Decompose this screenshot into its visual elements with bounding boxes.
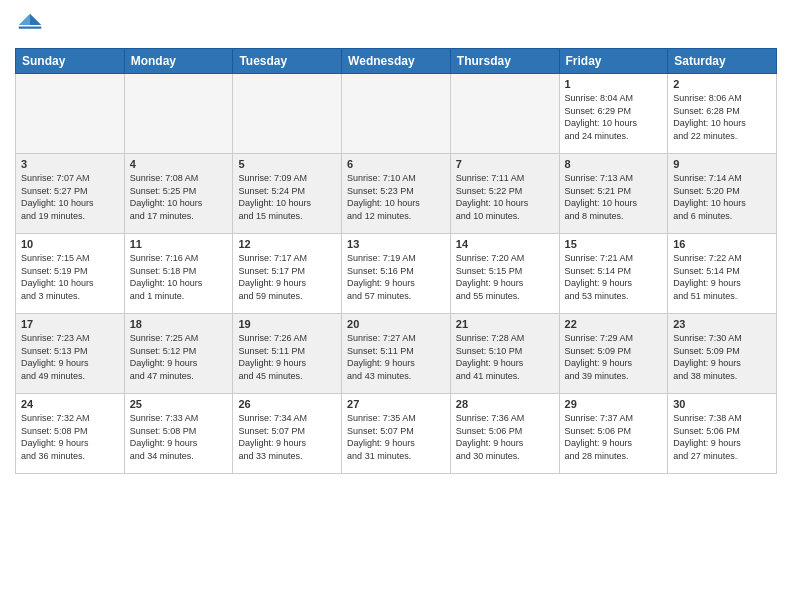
- day-info: Sunrise: 7:09 AM Sunset: 5:24 PM Dayligh…: [238, 172, 336, 222]
- calendar-row: 17Sunrise: 7:23 AM Sunset: 5:13 PM Dayli…: [16, 314, 777, 394]
- svg-rect-2: [19, 27, 42, 29]
- calendar-cell: 1Sunrise: 8:04 AM Sunset: 6:29 PM Daylig…: [559, 74, 668, 154]
- day-number: 18: [130, 318, 228, 330]
- calendar-cell: [233, 74, 342, 154]
- calendar-row: 3Sunrise: 7:07 AM Sunset: 5:27 PM Daylig…: [16, 154, 777, 234]
- day-info: Sunrise: 7:29 AM Sunset: 5:09 PM Dayligh…: [565, 332, 663, 382]
- calendar-table: SundayMondayTuesdayWednesdayThursdayFrid…: [15, 48, 777, 474]
- calendar-cell: 22Sunrise: 7:29 AM Sunset: 5:09 PM Dayli…: [559, 314, 668, 394]
- day-info: Sunrise: 7:15 AM Sunset: 5:19 PM Dayligh…: [21, 252, 119, 302]
- day-info: Sunrise: 7:08 AM Sunset: 5:25 PM Dayligh…: [130, 172, 228, 222]
- day-number: 12: [238, 238, 336, 250]
- calendar-cell: 18Sunrise: 7:25 AM Sunset: 5:12 PM Dayli…: [124, 314, 233, 394]
- header-friday: Friday: [559, 49, 668, 74]
- day-number: 11: [130, 238, 228, 250]
- day-info: Sunrise: 7:38 AM Sunset: 5:06 PM Dayligh…: [673, 412, 771, 462]
- day-info: Sunrise: 7:20 AM Sunset: 5:15 PM Dayligh…: [456, 252, 554, 302]
- day-number: 19: [238, 318, 336, 330]
- day-number: 15: [565, 238, 663, 250]
- day-number: 26: [238, 398, 336, 410]
- header-saturday: Saturday: [668, 49, 777, 74]
- calendar-cell: 9Sunrise: 7:14 AM Sunset: 5:20 PM Daylig…: [668, 154, 777, 234]
- calendar-cell: 3Sunrise: 7:07 AM Sunset: 5:27 PM Daylig…: [16, 154, 125, 234]
- svg-marker-1: [19, 14, 30, 25]
- day-info: Sunrise: 7:26 AM Sunset: 5:11 PM Dayligh…: [238, 332, 336, 382]
- day-number: 6: [347, 158, 445, 170]
- page-header: [15, 10, 777, 40]
- calendar-cell: [450, 74, 559, 154]
- calendar-cell: 14Sunrise: 7:20 AM Sunset: 5:15 PM Dayli…: [450, 234, 559, 314]
- day-info: Sunrise: 7:13 AM Sunset: 5:21 PM Dayligh…: [565, 172, 663, 222]
- day-number: 7: [456, 158, 554, 170]
- day-info: Sunrise: 7:36 AM Sunset: 5:06 PM Dayligh…: [456, 412, 554, 462]
- day-info: Sunrise: 8:06 AM Sunset: 6:28 PM Dayligh…: [673, 92, 771, 142]
- calendar-cell: 12Sunrise: 7:17 AM Sunset: 5:17 PM Dayli…: [233, 234, 342, 314]
- day-number: 29: [565, 398, 663, 410]
- calendar-cell: 16Sunrise: 7:22 AM Sunset: 5:14 PM Dayli…: [668, 234, 777, 314]
- header-thursday: Thursday: [450, 49, 559, 74]
- day-info: Sunrise: 8:04 AM Sunset: 6:29 PM Dayligh…: [565, 92, 663, 142]
- day-number: 30: [673, 398, 771, 410]
- logo-icon: [15, 10, 45, 40]
- header-row: SundayMondayTuesdayWednesdayThursdayFrid…: [16, 49, 777, 74]
- calendar-cell: [124, 74, 233, 154]
- day-number: 13: [347, 238, 445, 250]
- day-number: 3: [21, 158, 119, 170]
- day-number: 14: [456, 238, 554, 250]
- calendar-cell: 20Sunrise: 7:27 AM Sunset: 5:11 PM Dayli…: [342, 314, 451, 394]
- day-number: 8: [565, 158, 663, 170]
- calendar-cell: 17Sunrise: 7:23 AM Sunset: 5:13 PM Dayli…: [16, 314, 125, 394]
- calendar-cell: 27Sunrise: 7:35 AM Sunset: 5:07 PM Dayli…: [342, 394, 451, 474]
- calendar-cell: 19Sunrise: 7:26 AM Sunset: 5:11 PM Dayli…: [233, 314, 342, 394]
- day-number: 10: [21, 238, 119, 250]
- calendar-cell: 28Sunrise: 7:36 AM Sunset: 5:06 PM Dayli…: [450, 394, 559, 474]
- day-info: Sunrise: 7:19 AM Sunset: 5:16 PM Dayligh…: [347, 252, 445, 302]
- calendar-cell: 8Sunrise: 7:13 AM Sunset: 5:21 PM Daylig…: [559, 154, 668, 234]
- calendar-row: 10Sunrise: 7:15 AM Sunset: 5:19 PM Dayli…: [16, 234, 777, 314]
- day-info: Sunrise: 7:32 AM Sunset: 5:08 PM Dayligh…: [21, 412, 119, 462]
- calendar-cell: 13Sunrise: 7:19 AM Sunset: 5:16 PM Dayli…: [342, 234, 451, 314]
- day-number: 21: [456, 318, 554, 330]
- day-number: 28: [456, 398, 554, 410]
- logo: [15, 10, 49, 40]
- day-info: Sunrise: 7:22 AM Sunset: 5:14 PM Dayligh…: [673, 252, 771, 302]
- day-number: 23: [673, 318, 771, 330]
- day-info: Sunrise: 7:17 AM Sunset: 5:17 PM Dayligh…: [238, 252, 336, 302]
- day-number: 5: [238, 158, 336, 170]
- day-info: Sunrise: 7:27 AM Sunset: 5:11 PM Dayligh…: [347, 332, 445, 382]
- day-number: 22: [565, 318, 663, 330]
- header-wednesday: Wednesday: [342, 49, 451, 74]
- day-info: Sunrise: 7:21 AM Sunset: 5:14 PM Dayligh…: [565, 252, 663, 302]
- calendar-cell: 29Sunrise: 7:37 AM Sunset: 5:06 PM Dayli…: [559, 394, 668, 474]
- calendar-cell: 15Sunrise: 7:21 AM Sunset: 5:14 PM Dayli…: [559, 234, 668, 314]
- day-number: 25: [130, 398, 228, 410]
- day-number: 4: [130, 158, 228, 170]
- day-info: Sunrise: 7:16 AM Sunset: 5:18 PM Dayligh…: [130, 252, 228, 302]
- calendar-cell: 10Sunrise: 7:15 AM Sunset: 5:19 PM Dayli…: [16, 234, 125, 314]
- page-container: SundayMondayTuesdayWednesdayThursdayFrid…: [0, 0, 792, 484]
- calendar-cell: 30Sunrise: 7:38 AM Sunset: 5:06 PM Dayli…: [668, 394, 777, 474]
- day-info: Sunrise: 7:25 AM Sunset: 5:12 PM Dayligh…: [130, 332, 228, 382]
- day-info: Sunrise: 7:11 AM Sunset: 5:22 PM Dayligh…: [456, 172, 554, 222]
- calendar-cell: 4Sunrise: 7:08 AM Sunset: 5:25 PM Daylig…: [124, 154, 233, 234]
- day-number: 16: [673, 238, 771, 250]
- calendar-cell: 25Sunrise: 7:33 AM Sunset: 5:08 PM Dayli…: [124, 394, 233, 474]
- day-info: Sunrise: 7:23 AM Sunset: 5:13 PM Dayligh…: [21, 332, 119, 382]
- day-number: 24: [21, 398, 119, 410]
- calendar-cell: 24Sunrise: 7:32 AM Sunset: 5:08 PM Dayli…: [16, 394, 125, 474]
- day-number: 2: [673, 78, 771, 90]
- day-number: 17: [21, 318, 119, 330]
- day-info: Sunrise: 7:14 AM Sunset: 5:20 PM Dayligh…: [673, 172, 771, 222]
- calendar-cell: 7Sunrise: 7:11 AM Sunset: 5:22 PM Daylig…: [450, 154, 559, 234]
- header-sunday: Sunday: [16, 49, 125, 74]
- calendar-cell: [342, 74, 451, 154]
- calendar-cell: 23Sunrise: 7:30 AM Sunset: 5:09 PM Dayli…: [668, 314, 777, 394]
- day-info: Sunrise: 7:07 AM Sunset: 5:27 PM Dayligh…: [21, 172, 119, 222]
- day-info: Sunrise: 7:35 AM Sunset: 5:07 PM Dayligh…: [347, 412, 445, 462]
- day-info: Sunrise: 7:33 AM Sunset: 5:08 PM Dayligh…: [130, 412, 228, 462]
- day-number: 27: [347, 398, 445, 410]
- day-info: Sunrise: 7:28 AM Sunset: 5:10 PM Dayligh…: [456, 332, 554, 382]
- header-monday: Monday: [124, 49, 233, 74]
- calendar-row: 24Sunrise: 7:32 AM Sunset: 5:08 PM Dayli…: [16, 394, 777, 474]
- calendar-cell: 21Sunrise: 7:28 AM Sunset: 5:10 PM Dayli…: [450, 314, 559, 394]
